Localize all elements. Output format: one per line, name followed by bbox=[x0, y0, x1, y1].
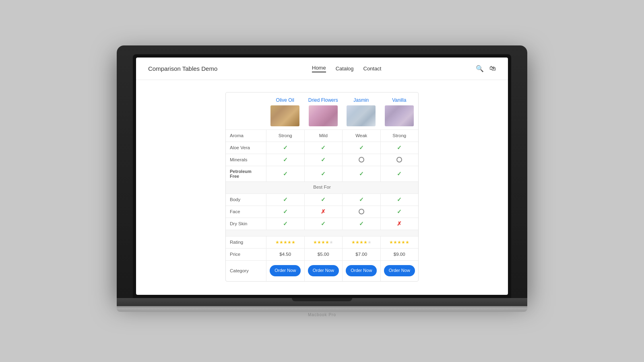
cell-minerals-vanilla bbox=[380, 154, 419, 166]
cell-rating-flowers: ★ ★ ★ ★ ★ bbox=[304, 237, 343, 248]
row-body: Body ✓ ✓ ✓ ✓ bbox=[226, 193, 418, 206]
cell-aloe-jasmin: ✓ bbox=[342, 142, 380, 154]
check-icon: ✓ bbox=[321, 220, 326, 227]
order-button-flowers[interactable]: Order Now bbox=[308, 265, 339, 276]
cart-icon[interactable]: 🛍 bbox=[489, 65, 496, 72]
product-name-vanilla: Vanilla bbox=[392, 97, 406, 103]
cell-petro-jasmin: ✓ bbox=[342, 166, 380, 181]
product-image-vanilla bbox=[385, 105, 414, 126]
check-icon: ✓ bbox=[359, 144, 364, 151]
cell-order-jasmin: Order Now bbox=[342, 261, 380, 281]
label-price: Price bbox=[226, 249, 266, 260]
product-name-olive: Olive Oil bbox=[276, 97, 294, 103]
cell-aroma-olive: Strong bbox=[266, 130, 304, 142]
product-col-olive: Olive Oil bbox=[266, 93, 304, 130]
check-icon: ✓ bbox=[283, 144, 288, 151]
cell-minerals-flowers: ✓ bbox=[304, 154, 343, 166]
nav-icons: 🔍 🛍 bbox=[476, 65, 496, 72]
star-icon: ★ bbox=[389, 240, 393, 245]
product-col-vanilla: Vanilla bbox=[380, 93, 419, 130]
cell-body-jasmin: ✓ bbox=[342, 194, 380, 206]
row-petroleum: Petroleum Free ✓ ✓ ✓ ✓ bbox=[226, 166, 418, 181]
cell-order-vanilla: Order Now bbox=[380, 261, 419, 281]
cell-petro-olive: ✓ bbox=[266, 166, 304, 181]
star-icon: ★ bbox=[283, 240, 287, 245]
brand-title: Comparison Tables Demo bbox=[148, 65, 217, 72]
label-minerals: Minerals bbox=[226, 154, 266, 166]
star-icon: ★ bbox=[313, 240, 317, 245]
check-icon: ✓ bbox=[397, 144, 402, 151]
cell-price-jasmin: $7.00 bbox=[342, 249, 380, 260]
star-icon: ★ bbox=[359, 240, 363, 245]
order-button-jasmin[interactable]: Order Now bbox=[346, 265, 377, 276]
row-rating: Rating ★ ★ ★ ★ ★ ★ ★ ★ bbox=[226, 236, 418, 248]
price-vanilla: $9.00 bbox=[394, 252, 405, 257]
check-icon: ✓ bbox=[397, 208, 402, 215]
star-icon: ★ bbox=[393, 240, 397, 245]
nav-contact[interactable]: Contact bbox=[363, 66, 382, 72]
cell-dry-olive: ✓ bbox=[266, 218, 304, 230]
cell-petro-flowers: ✓ bbox=[304, 166, 343, 181]
product-image-jasmin bbox=[347, 105, 376, 126]
check-icon: ✓ bbox=[321, 171, 326, 177]
laptop-base-top bbox=[117, 298, 527, 306]
cell-aloe-vanilla: ✓ bbox=[380, 142, 419, 154]
cell-face-vanilla: ✓ bbox=[380, 206, 419, 218]
macbook-label: Macbook Pro bbox=[117, 313, 527, 317]
star-icon: ★ bbox=[275, 240, 279, 245]
laptop-body: Comparison Tables Demo Home Catalog Cont… bbox=[117, 45, 527, 298]
star-empty-icon: ★ bbox=[329, 240, 333, 245]
row-aloe: Aloe Vera ✓ ✓ ✓ ✓ bbox=[226, 142, 418, 154]
laptop-bottom-bar bbox=[117, 306, 527, 312]
nav-home[interactable]: Home bbox=[312, 65, 326, 72]
laptop-camera-cutout bbox=[292, 298, 352, 301]
check-icon: ✓ bbox=[283, 156, 288, 163]
cell-aroma-jasmin: Weak bbox=[342, 130, 380, 142]
row-face: Face ✓ ✗ ✓ bbox=[226, 206, 418, 218]
price-olive: $4.50 bbox=[279, 252, 291, 257]
cell-dry-flowers: ✓ bbox=[304, 218, 343, 230]
label-dryskin: Dry Skin bbox=[226, 218, 266, 230]
label-face: Face bbox=[226, 206, 266, 218]
price-jasmin: $7.00 bbox=[355, 252, 367, 257]
cell-price-vanilla: $9.00 bbox=[380, 249, 419, 260]
product-image-olive bbox=[270, 105, 299, 126]
cell-minerals-olive: ✓ bbox=[266, 154, 304, 166]
star-empty-icon: ★ bbox=[367, 240, 372, 245]
row-price: Price $4.50 $5.00 $7.00 $9.00 bbox=[226, 248, 418, 260]
order-button-olive[interactable]: Order Now bbox=[270, 265, 301, 276]
cell-face-olive: ✓ bbox=[266, 206, 304, 218]
star-icon: ★ bbox=[287, 240, 291, 245]
product-name-flowers: Dried Flowers bbox=[308, 97, 338, 103]
nav-links: Home Catalog Contact bbox=[312, 65, 381, 72]
star-icon: ★ bbox=[363, 240, 367, 245]
order-button-vanilla[interactable]: Order Now bbox=[384, 265, 415, 276]
star-icon: ★ bbox=[401, 240, 405, 245]
label-aloe: Aloe Vera bbox=[226, 142, 266, 154]
check-icon: ✓ bbox=[283, 220, 288, 227]
product-col-flowers: Dried Flowers bbox=[304, 93, 343, 130]
cross-icon: ✗ bbox=[397, 220, 402, 227]
section-best-for: Best For bbox=[226, 181, 418, 193]
nav-bar: Comparison Tables Demo Home Catalog Cont… bbox=[136, 58, 508, 80]
nav-catalog[interactable]: Catalog bbox=[336, 66, 354, 72]
cell-minerals-jasmin bbox=[342, 154, 380, 166]
star-icon: ★ bbox=[355, 240, 359, 245]
cell-body-olive: ✓ bbox=[266, 194, 304, 206]
label-petroleum: Petroleum Free bbox=[226, 166, 266, 181]
check-icon: ✓ bbox=[397, 196, 402, 203]
row-minerals: Minerals ✓ ✓ bbox=[226, 154, 418, 166]
star-icon: ★ bbox=[317, 240, 321, 245]
cell-rating-jasmin: ★ ★ ★ ★ ★ bbox=[342, 237, 380, 248]
check-icon: ✓ bbox=[359, 220, 364, 227]
check-icon: ✓ bbox=[397, 171, 402, 177]
section-title-best-for: Best For bbox=[226, 182, 418, 193]
check-icon: ✓ bbox=[321, 156, 326, 163]
screen-bezel: Comparison Tables Demo Home Catalog Cont… bbox=[133, 54, 511, 298]
cross-icon: ✗ bbox=[321, 208, 326, 215]
check-icon: ✓ bbox=[283, 196, 288, 203]
label-category: Category bbox=[226, 261, 266, 281]
cell-aloe-flowers: ✓ bbox=[304, 142, 343, 154]
cell-face-jasmin bbox=[342, 206, 380, 218]
search-icon[interactable]: 🔍 bbox=[476, 65, 484, 72]
